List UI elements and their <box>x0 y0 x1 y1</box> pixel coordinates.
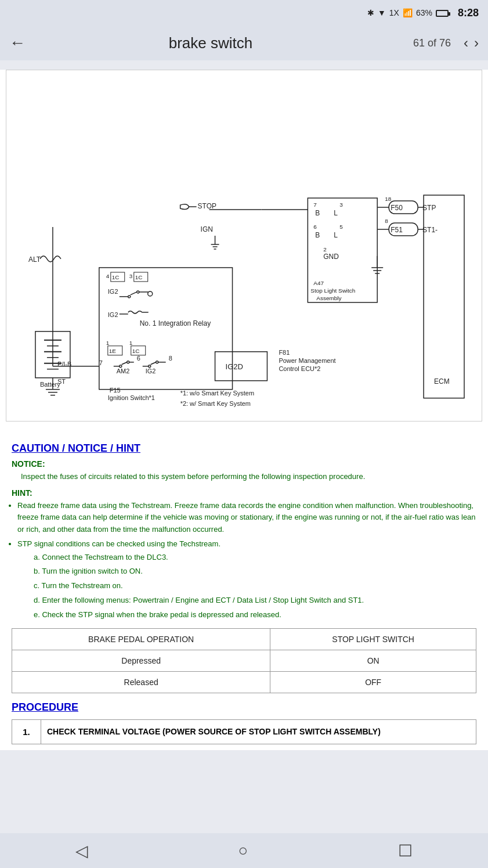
table-row: Depressed ON <box>12 650 476 671</box>
brake-table: BRAKE PEDAL OPERATION STOP LIGHT SWITCH … <box>12 628 476 693</box>
svg-text:A47: A47 <box>313 280 324 286</box>
svg-text:6: 6 <box>313 224 317 230</box>
procedure-title[interactable]: PROCEDURE <box>12 701 476 714</box>
caution-section-title[interactable]: CAUTION / NOTICE / HINT <box>12 442 476 455</box>
wiring-diagram: Battery ALT No. 1 Integration Relay IG2 <box>6 70 482 422</box>
svg-text:8: 8 <box>385 218 388 224</box>
prev-page-button[interactable]: ‹ <box>464 35 468 51</box>
nav-bar: ← brake switch 61 of 76 ‹ › <box>0 26 488 60</box>
table-cell-on: ON <box>270 650 476 671</box>
hint-bullets-list: Read freeze frame data using the Techstr… <box>17 500 476 621</box>
svg-text:Control ECU*2: Control ECU*2 <box>279 365 320 372</box>
hint-sub-item-a: a. Connect the Techstream to the DLC3. <box>34 552 476 564</box>
procedure-step-row: 1. CHECK TERMINAL VOLTAGE (POWER SOURCE … <box>12 719 476 744</box>
table-cell-depressed: Depressed <box>12 650 270 671</box>
hint-sub-item-b: b. Turn the ignition switch to ON. <box>34 566 476 578</box>
svg-text:5: 5 <box>339 224 343 230</box>
svg-text:1: 1 <box>106 340 110 346</box>
signal-label: 1X <box>389 8 399 17</box>
svg-text:2: 2 <box>323 246 327 253</box>
svg-text:No. 1 Integration Relay: No. 1 Integration Relay <box>140 319 211 327</box>
main-content: Battery ALT No. 1 Integration Relay IG2 <box>0 70 488 750</box>
hint-bullet-1: Read freeze frame data using the Techstr… <box>17 500 476 536</box>
table-row: Released OFF <box>12 671 476 693</box>
table-cell-off: OFF <box>270 671 476 693</box>
svg-text:AM2: AM2 <box>117 368 130 374</box>
notice-label: NOTICE: <box>12 459 476 469</box>
svg-text:6: 6 <box>137 355 140 362</box>
svg-text:*2: w/ Smart Key System: *2: w/ Smart Key System <box>180 400 251 407</box>
bottom-nav: ◁ ○ ☐ <box>0 833 488 868</box>
svg-text:B: B <box>315 231 320 239</box>
nav-back-button[interactable]: ◁ <box>64 837 100 865</box>
battery-icon <box>436 8 449 17</box>
hint-sub-item-c: c. Turn the Techstream on. <box>34 580 476 592</box>
svg-text:Stop Light Switch: Stop Light Switch <box>310 287 355 294</box>
svg-text:F15: F15 <box>110 387 121 394</box>
svg-text:1C: 1C <box>135 274 143 280</box>
svg-text:Power Management: Power Management <box>279 357 335 364</box>
svg-text:IG2: IG2 <box>108 311 118 318</box>
back-button[interactable]: ← <box>9 34 26 52</box>
text-content: CAUTION / NOTICE / HINT NOTICE: Inspect … <box>0 431 488 750</box>
svg-text:F50: F50 <box>391 204 403 212</box>
svg-text:IGN: IGN <box>201 225 213 233</box>
svg-rect-0 <box>18 82 470 406</box>
svg-text:1: 1 <box>129 340 133 346</box>
svg-text:ST1-: ST1- <box>422 226 438 234</box>
svg-text:8: 8 <box>169 355 172 362</box>
hint-sub-list: a. Connect the Techstream to the DLC3. b… <box>34 552 476 621</box>
page-info: 61 of 76 <box>413 37 451 49</box>
hint-bullet-2: STP signal conditions can be checked usi… <box>17 538 476 621</box>
svg-text:1E: 1E <box>109 348 117 354</box>
svg-text:B: B <box>315 209 320 217</box>
wifi-icon: ▼ <box>378 8 386 17</box>
svg-text:IG2D: IG2D <box>226 362 243 371</box>
svg-text:ECM: ECM <box>434 377 450 386</box>
table-header-switch: STOP LIGHT SWITCH <box>270 628 476 650</box>
svg-text:IG2: IG2 <box>146 368 156 374</box>
svg-text:STOP: STOP <box>198 202 216 210</box>
svg-text:3: 3 <box>129 273 133 279</box>
page-title: brake switch <box>32 34 389 52</box>
svg-text:*1: w/o Smart Key System: *1: w/o Smart Key System <box>180 390 254 397</box>
svg-text:4: 4 <box>106 273 110 279</box>
table-header-operation: BRAKE PEDAL OPERATION <box>12 628 270 650</box>
nav-recents-button[interactable]: ☐ <box>386 837 424 865</box>
hint-label: HINT: <box>12 488 476 498</box>
svg-text:L: L <box>334 209 338 217</box>
svg-text:1C: 1C <box>132 348 140 354</box>
svg-text:ST: ST <box>57 378 66 385</box>
svg-text:7: 7 <box>99 359 103 366</box>
svg-text:STP: STP <box>422 204 436 212</box>
status-icons: ✱ ▼ 1X 📶 63% <box>367 8 449 17</box>
next-page-button[interactable]: › <box>474 35 479 51</box>
hint-sub-item-d: d. Enter the following menus: Powertrain… <box>34 595 476 607</box>
battery-percent: 63% <box>416 8 432 17</box>
svg-text:ALT: ALT <box>28 255 41 264</box>
step-number: 1. <box>12 719 41 744</box>
procedure-table: 1. CHECK TERMINAL VOLTAGE (POWER SOURCE … <box>12 719 476 744</box>
svg-text:Assembly: Assembly <box>316 295 341 301</box>
clock: 8:28 <box>458 7 479 19</box>
nav-arrows: ‹ › <box>464 35 479 51</box>
signal-bars-icon: 📶 <box>403 8 413 17</box>
status-bar: ✱ ▼ 1X 📶 63% 8:28 <box>0 0 488 26</box>
svg-text:7: 7 <box>313 201 317 208</box>
svg-text:Ignition Switch*1: Ignition Switch*1 <box>108 394 155 401</box>
bluetooth-icon: ✱ <box>367 8 374 17</box>
nav-home-button[interactable]: ○ <box>227 837 260 865</box>
notice-text: Inspect the fuses of circuits related to… <box>21 471 476 482</box>
svg-text:GND: GND <box>323 253 339 261</box>
svg-text:L: L <box>334 231 338 239</box>
svg-text:F81: F81 <box>279 349 290 356</box>
step-text: CHECK TERMINAL VOLTAGE (POWER SOURCE OF … <box>41 719 476 744</box>
table-cell-released: Released <box>12 671 270 693</box>
svg-text:IG2: IG2 <box>108 288 118 295</box>
hint-sub-item-e: e. Check the STP signal when the brake p… <box>34 609 476 621</box>
svg-text:18: 18 <box>385 196 392 202</box>
circuit-diagram-svg: Battery ALT No. 1 Integration Relay IG2 <box>18 82 470 407</box>
svg-text:1C: 1C <box>112 274 120 280</box>
svg-text:3: 3 <box>339 201 343 208</box>
svg-text:F51: F51 <box>391 226 403 234</box>
